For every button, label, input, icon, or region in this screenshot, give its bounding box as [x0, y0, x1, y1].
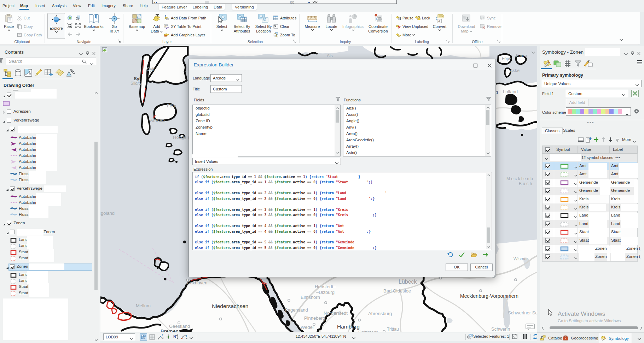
- class-symbol-swatch[interactable]: [560, 205, 569, 211]
- primary-symbology-tab-icon[interactable]: [543, 59, 552, 68]
- pause-drawing-icon[interactable]: [523, 334, 527, 340]
- paste-button[interactable]: Paste: [1, 13, 17, 31]
- symbology-close-icon[interactable]: [637, 50, 640, 57]
- xy-table-button[interactable]: XY XY Table To Point: [163, 23, 201, 29]
- ribbon-tab-help[interactable]: Help: [140, 0, 148, 11]
- field-item[interactable]: objectid: [193, 105, 340, 111]
- scroll-down-icon[interactable]: [487, 152, 489, 155]
- class-symbol-swatch[interactable]: [560, 180, 569, 186]
- panel-splitter[interactable]: [540, 120, 644, 120]
- expression-scrollbar[interactable]: [486, 173, 491, 249]
- legend-swatch[interactable]: [10, 178, 17, 182]
- navigate-launcher-icon[interactable]: [118, 40, 122, 43]
- ribbon-tab-project[interactable]: Project: [2, 0, 14, 11]
- contextual-tab-versioning[interactable]: Versioning: [232, 5, 257, 9]
- layer-visibility-checkbox[interactable]: [7, 93, 11, 97]
- class-visible-checkbox[interactable]: [545, 213, 550, 218]
- field-item[interactable]: globalid: [193, 111, 340, 118]
- scroll-up-icon[interactable]: [487, 106, 489, 110]
- scroll-up-icon[interactable]: [95, 91, 98, 95]
- select-by-location-button[interactable]: Select By Location: [254, 13, 273, 33]
- layer-visibility-checkbox[interactable]: [10, 127, 14, 131]
- language-select[interactable]: Arcade: [210, 74, 242, 82]
- map-top-chevron-icon[interactable]: [532, 49, 535, 55]
- pause-labeling-button[interactable]: Pause: [395, 15, 413, 21]
- list-by-labeling-icon[interactable]: [55, 68, 64, 77]
- function-item[interactable]: Acos(): [343, 111, 491, 118]
- legend-swatch[interactable]: [10, 207, 17, 211]
- ribbon-tab-insert[interactable]: Insert: [35, 0, 45, 11]
- symbol-class-group-row[interactable]: 12 symbol classes •••: [542, 154, 638, 162]
- class-symbol-swatch[interactable]: [560, 238, 569, 244]
- ribbon-tab-analysis[interactable]: Analysis: [52, 0, 66, 11]
- dialog-resize-grip[interactable]: [492, 273, 495, 279]
- symbology-menu-icon[interactable]: [637, 60, 643, 66]
- fixed-zoom-out-button[interactable]: [75, 23, 82, 29]
- catalog-tab[interactable]: Catalog: [540, 335, 562, 341]
- primary-symbology-select[interactable]: Unique Values: [542, 80, 642, 87]
- functions-scrollbar[interactable]: [485, 105, 491, 156]
- expand-arrow-open-icon[interactable]: [6, 231, 9, 235]
- coordinate-conversion-button[interactable]: Coordinate Conversion: [367, 13, 389, 33]
- export-expression-icon[interactable]: [483, 252, 489, 259]
- expand-arrow-open-icon[interactable]: [3, 222, 6, 226]
- symbol-chevron-icon[interactable]: [574, 231, 577, 235]
- list-by-editing-icon[interactable]: [34, 68, 43, 77]
- functions-filter-icon[interactable]: [486, 97, 491, 103]
- class-visible-checkbox[interactable]: [545, 254, 550, 259]
- symbol-chevron-icon[interactable]: [574, 190, 577, 194]
- legend-swatch[interactable]: [10, 201, 17, 205]
- statusbar-chevron-icon[interactable]: [190, 336, 193, 340]
- symbol-chevron-icon[interactable]: [574, 206, 577, 211]
- scroll-left-icon[interactable]: [542, 327, 544, 330]
- geoprocessing-tab[interactable]: Geoprocessing: [563, 335, 598, 341]
- class-symbol-swatch[interactable]: [560, 254, 569, 260]
- scrollbar-thumb[interactable]: [94, 142, 98, 290]
- more-labeling-button[interactable]: More: [395, 32, 415, 38]
- basemap-button[interactable]: Basemap: [128, 13, 146, 31]
- fields-filter-icon[interactable]: [336, 97, 340, 103]
- field-item[interactable]: Zone ID: [193, 118, 340, 124]
- contents-pin-icon[interactable]: [86, 50, 89, 57]
- function-item[interactable]: Asin(): [343, 149, 491, 156]
- full-extent-button[interactable]: [67, 15, 74, 21]
- snap-settings-icon[interactable]: [158, 334, 164, 341]
- layer-visibility-checkbox[interactable]: [10, 186, 14, 191]
- grid-icon[interactable]: [149, 334, 155, 341]
- scroll-right-icon[interactable]: [640, 327, 642, 330]
- contents-close-icon[interactable]: [92, 50, 95, 57]
- functions-list[interactable]: Abs()Acos()Angle()Any()Area()AreaGeodeti…: [343, 105, 491, 156]
- scrollbar-thumb[interactable]: [550, 326, 638, 329]
- symbol-chevron-icon[interactable]: [574, 182, 577, 186]
- fields-scrollbar[interactable]: [335, 105, 340, 156]
- tab-classes[interactable]: Classes: [542, 128, 563, 134]
- field1-select[interactable]: Custom: [566, 90, 628, 97]
- legend-swatch[interactable]: [10, 273, 17, 278]
- symbology-hscrollbar[interactable]: [541, 325, 643, 330]
- ribbon-tab-imagery[interactable]: Imagery: [101, 0, 116, 11]
- undo-expression-icon[interactable]: [447, 252, 453, 259]
- fields-list[interactable]: objectidglobalidZone IDZonentypName: [192, 105, 341, 156]
- symbology-pin-icon[interactable]: [631, 50, 634, 57]
- scale-combo[interactable]: LOD09: [103, 333, 135, 340]
- symbol-chevron-icon[interactable]: [574, 214, 577, 219]
- spatial-reference-icon[interactable]: [512, 334, 517, 340]
- class-visible-checkbox[interactable]: [545, 246, 550, 251]
- crosshair-icon[interactable]: [166, 334, 171, 341]
- scroll-down-icon[interactable]: [95, 338, 98, 342]
- open-expression-icon[interactable]: [471, 252, 477, 259]
- dock-tabs-chevron-icon[interactable]: [638, 337, 641, 341]
- symbol-chevron-icon[interactable]: [574, 248, 577, 252]
- legend-swatch[interactable]: [10, 279, 17, 284]
- selected-features-text[interactable]: Selected Features: 1: [473, 334, 509, 338]
- explore-button[interactable]: Explore: [47, 13, 65, 39]
- class-symbol-swatch[interactable]: [560, 188, 569, 194]
- expression-code-area[interactable]: if ($feature.area_type_id == 1 && $featu…: [192, 172, 492, 250]
- function-item[interactable]: Angle(): [343, 118, 491, 124]
- function-item[interactable]: AreaGeodetic(): [343, 137, 491, 143]
- legend-swatch[interactable]: [10, 148, 17, 153]
- function-item[interactable]: Any(): [343, 124, 491, 130]
- view-unplaced-button[interactable]: View Unplaced: [395, 23, 428, 29]
- add-data-from-path-button[interactable]: Add Data From Path: [163, 15, 206, 21]
- expand-arrow-closed-icon[interactable]: [3, 110, 5, 114]
